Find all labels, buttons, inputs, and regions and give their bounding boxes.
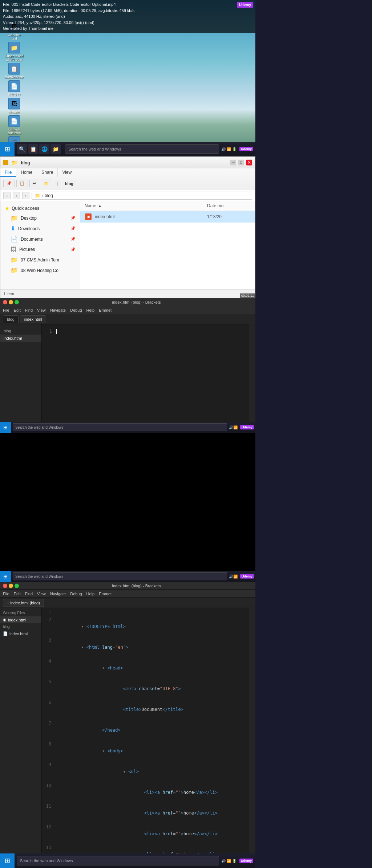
start-btn-3[interactable]: ⊞ xyxy=(0,571,11,582)
desktop-icon-3[interactable]: 📋 startblock.stx xyxy=(1,63,27,79)
video-line4: Video: h264, yuv420p, 1278x720, 30.00 fp… xyxy=(3,20,252,26)
fe-breadcrumb[interactable]: 📁 › blog xyxy=(32,192,252,200)
fe-col-name[interactable]: Name ▲ xyxy=(85,203,207,208)
start-btn-2[interactable]: ⊞ xyxy=(0,422,11,433)
bc-tree-indexhtml[interactable]: ◉index.html xyxy=(0,616,41,623)
fe-back-btn[interactable]: ‹ xyxy=(3,192,11,199)
bc-menu-file[interactable]: File xyxy=(3,592,9,596)
bc-title-text: index.html (blog) - Brackets xyxy=(20,584,252,588)
taskbar-btn-1[interactable]: 🔍 xyxy=(17,144,27,154)
fe-tab-file[interactable]: File xyxy=(0,168,16,177)
bc-editor[interactable]: 1 2 ▾ <!DOCTYPE html> 3 ▾ <html lang="en… xyxy=(42,608,250,861)
bc-linecontent-2: ▾ <!DOCTYPE html> xyxy=(55,616,250,637)
bc-max-btn[interactable] xyxy=(15,584,19,588)
taskbar2-search[interactable]: Search the web and Windows xyxy=(13,423,227,431)
taskbar-btn-4[interactable]: 📁 xyxy=(50,144,61,154)
be-menu-find[interactable]: Find xyxy=(25,308,33,312)
be-editor[interactable]: 1 xyxy=(42,324,250,425)
desktop-icon-4[interactable]: 📄 Text STT xyxy=(1,80,27,96)
fe-sidebar-pictures-label: Pictures xyxy=(19,247,35,252)
fe-close-btn[interactable]: ✕ xyxy=(246,160,252,165)
bc-menu-help[interactable]: Help xyxy=(86,592,95,596)
be-cursor-1 xyxy=(56,327,57,335)
fe-sidebar-pictures[interactable]: 🖼 Pictures 📌 xyxy=(0,244,80,255)
bc-body: Working Files ◉index.html blog 📄index.ht… xyxy=(0,608,255,861)
desktop-icon-2[interactable]: 📁 Suppers andphoto Sour xyxy=(1,42,27,61)
desktop-icon-6[interactable]: 📄 Limited-side.html xyxy=(1,115,27,135)
be-menu-file[interactable]: File xyxy=(3,308,9,312)
icon-img-3: 📋 xyxy=(8,63,20,75)
be-min-btn[interactable] xyxy=(9,300,13,304)
bc-line-12: 12 <li><a href="">home</a></li> xyxy=(42,824,250,844)
fe-up-btn[interactable]: ↑ xyxy=(22,192,29,199)
desktop-icon-5[interactable]: 🖼 simaps xyxy=(1,98,27,114)
bc-menu-find[interactable]: Find xyxy=(25,592,33,596)
fe-sidebar: ★ Quick access 📁 Desktop 📌 ⬇ Downloads 📌… xyxy=(0,201,80,289)
be-tab-blog[interactable]: blog xyxy=(3,315,19,323)
fe-folder-icon-btn[interactable]: 📁 xyxy=(41,180,52,187)
fe-folder-icon: 📁 xyxy=(11,160,17,165)
fe-forward-btn[interactable]: › xyxy=(13,192,20,199)
taskbar2-search-text: Search the web and Windows xyxy=(15,425,63,429)
be-max-btn[interactable] xyxy=(15,300,19,304)
taskbar-search[interactable]: Search the web and Windows xyxy=(65,144,219,154)
be-menu-navigate[interactable]: Navigate xyxy=(50,308,66,312)
fe-maximize-btn[interactable]: □ xyxy=(238,160,244,165)
bc-tree-working-files: Working Files xyxy=(0,609,41,616)
fe-undo-btn[interactable]: ↩ xyxy=(29,180,39,187)
fe-sidebar-downloads[interactable]: ⬇ Downloads 📌 xyxy=(0,223,80,234)
fe-sidebar-cms[interactable]: 📁 07 CMS Admin Tem xyxy=(0,255,80,265)
bc-tab-indexhtml[interactable]: + index.html (blog) xyxy=(3,599,44,607)
bc-menu-debug[interactable]: Debug xyxy=(70,592,82,596)
taskbar3-search[interactable]: Search the web and Windows xyxy=(13,572,227,580)
be-line-1: 1 xyxy=(42,327,250,335)
icon-img-2: 📁 xyxy=(8,42,20,53)
fe-sidebar-documents[interactable]: 📄 Documents 📌 xyxy=(0,234,80,244)
fe-sidebar-quick-access-label: Quick access xyxy=(12,206,40,211)
pin-icon-documents: 📌 xyxy=(70,237,76,241)
be-menu-debug[interactable]: Debug xyxy=(70,308,82,312)
start-button[interactable]: ⊞ xyxy=(0,142,15,156)
taskbar-btn-2[interactable]: 📋 xyxy=(28,144,38,154)
bc-menu-emmet[interactable]: Emmet xyxy=(99,592,112,596)
bc-min-btn[interactable] xyxy=(9,584,13,588)
be-menu-help[interactable]: Help xyxy=(86,308,95,312)
brackets-editor-code: index.html (blog) - Brackets File Edit F… xyxy=(0,582,255,868)
bc-linecontent-5: <meta charset="UTF-8"> xyxy=(55,679,250,699)
bc-tree-blog-item[interactable]: 📄index.html xyxy=(0,630,41,637)
fe-tab-share[interactable]: Share xyxy=(37,168,58,177)
fe-col-date[interactable]: Date mo xyxy=(207,203,251,208)
be-menu-emmet[interactable]: Emmet xyxy=(99,308,112,312)
bc-menu-view[interactable]: View xyxy=(37,592,46,596)
be-menu-view[interactable]: View xyxy=(37,308,46,312)
bc-menu-navigate[interactable]: Navigate xyxy=(50,592,66,596)
fe-copy-btn[interactable]: 📋 xyxy=(16,180,28,187)
taskbar-final-search[interactable]: Search the web and Windows xyxy=(17,856,219,865)
star-icon: ★ xyxy=(5,205,9,211)
fe-title-name: blog xyxy=(21,160,30,165)
fe-tab-home[interactable]: Home xyxy=(16,168,37,177)
bc-linecontent-4: ▾ <head> xyxy=(55,658,250,679)
fe-pin-btn[interactable]: 📌 xyxy=(3,180,15,187)
fe-title-icon-folder xyxy=(3,160,8,165)
be-sidebar-blog[interactable]: blog xyxy=(0,327,41,335)
be-menu-edit[interactable]: Edit xyxy=(14,308,21,312)
pin-icon-pictures: 📌 xyxy=(70,247,76,252)
bc-close-btn[interactable] xyxy=(3,584,7,588)
fe-file-row-index[interactable]: ◉ index.html 1/13/20 xyxy=(80,211,255,223)
be-close-btn[interactable] xyxy=(3,300,7,304)
taskbar3: ⊞ Search the web and Windows 🔊📶 Udemy xyxy=(0,571,255,582)
taskbar-btn-3[interactable]: 🌐 xyxy=(39,144,49,154)
be-tab-indexhtml[interactable]: index.html xyxy=(20,315,46,323)
fe-sidebar-webhosting[interactable]: 📁 08 Web Hosting Co xyxy=(0,265,80,276)
udemy-btn-3: Udemy xyxy=(240,574,254,579)
bc-menu-edit[interactable]: Edit xyxy=(14,592,21,596)
fe-sidebar-desktop[interactable]: 📁 Desktop 📌 xyxy=(0,213,80,223)
be-sidebar-indexhtml[interactable]: index.html xyxy=(0,335,41,342)
fe-sidebar-quick-access[interactable]: ★ Quick access xyxy=(0,204,80,213)
bc-linecontent-1 xyxy=(55,609,250,616)
fe-tab-view[interactable]: View xyxy=(58,168,76,177)
fe-file-name-text: index.html xyxy=(95,214,115,219)
start-btn-final[interactable]: ⊞ xyxy=(0,853,15,868)
fe-minimize-btn[interactable]: ─ xyxy=(230,160,236,165)
